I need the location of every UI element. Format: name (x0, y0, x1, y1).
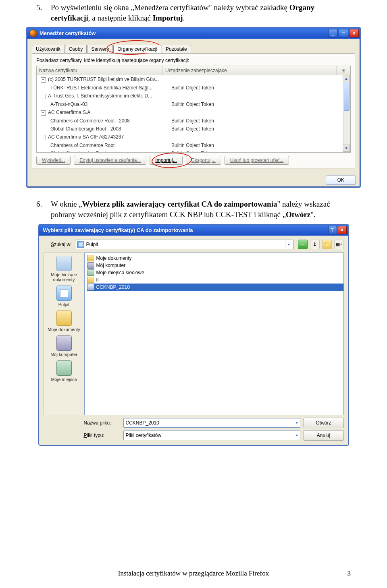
tab-other[interactable]: Pozostałe (162, 45, 191, 53)
chevron-down-icon[interactable]: ▾ (285, 240, 292, 248)
nav-back-button[interactable]: ← (298, 240, 308, 249)
desktop-icon (77, 241, 84, 248)
table-row[interactable]: Global Chambersign RootBuiltin Object To… (37, 149, 350, 153)
collapse-icon[interactable]: − (41, 77, 46, 83)
col-picker[interactable]: ⊞ (337, 66, 350, 75)
file-list[interactable]: Moje dokumenty Mój komputer Moje miejsca… (84, 253, 344, 415)
computer-icon (87, 262, 94, 269)
tab-authorities[interactable]: Organy certyfikacji (113, 45, 161, 53)
nav-up-button[interactable]: ↥ (310, 240, 320, 249)
lookin-value: Pulpit (86, 242, 98, 247)
place-computer[interactable]: Mój komputer (44, 334, 84, 358)
info-text: Posiadasz certyfikaty, które identyfikuj… (36, 58, 351, 63)
filename-label: Nazwa pliku: (84, 420, 120, 426)
step5-number: 5. (36, 2, 51, 23)
network-icon (56, 360, 72, 376)
chevron-down-icon[interactable]: ▾ (296, 433, 298, 437)
col-device[interactable]: Urządzenie zabezpieczające (163, 66, 337, 75)
import-button[interactable]: Importuj... (150, 156, 182, 165)
filetype-combobox[interactable]: Pliki certyfikatów▾ (123, 431, 300, 440)
folder-icon (87, 255, 94, 261)
place-recent[interactable]: Moje bieżące dokumenty (44, 255, 84, 283)
place-network[interactable]: Moje miejsca (44, 359, 84, 383)
window-title: Menedżer certyfikatów (40, 30, 327, 36)
maximize-button[interactable]: □ (339, 29, 348, 37)
file-dialog-window: Wybierz plik zawierający certyfikat(y) C… (38, 224, 349, 446)
ok-button[interactable]: OK (326, 176, 356, 184)
filename-input[interactable]: CCKNBP_2010▾ (123, 418, 300, 428)
close-button[interactable]: × (349, 29, 359, 37)
footer-text: Instalacja certyfikatów w przeglądarce M… (118, 569, 269, 578)
open-button[interactable]: Otwórz (304, 418, 344, 428)
table-row[interactable]: Chambers of Commerce Root - 2008Builtin … (37, 117, 350, 125)
tab-user[interactable]: Użytkownik (32, 45, 64, 53)
tabs-row: Użytkownik Osoby Serwery Organy certyfik… (32, 43, 355, 53)
nav-view-button[interactable]: ▦▾ (334, 240, 344, 249)
tab-servers[interactable]: Serwery (87, 45, 113, 53)
step5-text: Po wyświetleniu się okna „Menedżera cert… (51, 2, 351, 23)
place-desktop[interactable]: Pulpit (44, 284, 84, 308)
page-footer: Instalacja certyfikatów w przeglądarce M… (0, 569, 387, 578)
table-row[interactable]: A-Trust-nQual-03Builtin Object Token (37, 100, 350, 108)
places-bar: Moje bieżące dokumenty Pulpit Moje dokum… (44, 253, 84, 415)
list-item[interactable]: Moje dokumenty (87, 255, 343, 262)
table-header[interactable]: Nazwa certyfikatu Urządzenie zabezpiecza… (37, 66, 350, 75)
desktop-icon (56, 286, 72, 301)
step6-number: 6. (36, 199, 51, 219)
page-number: 3 (347, 569, 351, 578)
collapse-icon[interactable]: − (41, 94, 46, 99)
scroll-down-button[interactable]: ▼ (343, 145, 350, 152)
help-button[interactable]: ? (328, 226, 337, 234)
folder-icon (87, 277, 94, 283)
firefox-icon (29, 29, 37, 37)
list-item[interactable]: CCKNBP_2010 (87, 284, 343, 291)
network-icon (87, 269, 94, 276)
certificate-icon (87, 284, 94, 290)
scroll-up-button[interactable]: ▲ (343, 75, 350, 82)
list-item[interactable]: Mój komputer (87, 262, 343, 269)
list-item[interactable]: ff (87, 276, 343, 284)
filetype-label: Pliki typu: (84, 433, 120, 438)
recent-icon (56, 256, 72, 271)
chevron-down-icon[interactable]: ▾ (296, 421, 298, 425)
lookin-combobox[interactable]: Pulpit ▾ (75, 240, 294, 249)
cert-manager-window: Menedżer certyfikatów _ □ × Użytkownik O… (26, 27, 361, 188)
table-row[interactable]: −AC Camerfirma S.A. (37, 108, 350, 117)
titlebar[interactable]: Menedżer certyfikatów _ □ × (27, 28, 360, 39)
button-row: Wyświetl... Edytuj ustawienia zaufania..… (36, 156, 351, 165)
nav-newfolder-button[interactable]: 📁 (322, 240, 332, 249)
window-title: Wybierz plik zawierający certyfikat(y) C… (43, 227, 193, 233)
cancel-button[interactable]: Anuluj (304, 430, 344, 441)
minimize-button[interactable]: _ (328, 29, 338, 37)
collapse-icon[interactable]: − (41, 135, 46, 140)
table-body[interactable]: −(c) 2005 TÜRKTRUST Bilgi İletişim ve Bi… (37, 75, 350, 153)
table-row[interactable]: −A-Trust Ges. f. Sicherheitssysteme im e… (37, 92, 350, 100)
delete-button[interactable]: Usuń lub przestań ufać... (225, 156, 289, 165)
scrollbar-track[interactable] (343, 82, 350, 145)
edit-trust-button[interactable]: Edytuj ustawienia zaufania... (74, 156, 146, 165)
scrollbar-thumb[interactable] (344, 82, 350, 111)
close-button[interactable]: × (338, 226, 347, 234)
place-documents[interactable]: Moje dokumenty (44, 309, 84, 333)
documents-icon (56, 311, 72, 326)
step6-text: W oknie „Wybierz plik zawierający certyf… (51, 199, 351, 219)
table-row[interactable]: −(c) 2005 TÜRKTRUST Bilgi İletişim ve Bi… (37, 75, 350, 84)
col-name[interactable]: Nazwa certyfikatu (37, 66, 163, 75)
table-row[interactable]: Chambers of Commerce RootBuiltin Object … (37, 141, 350, 149)
collapse-icon[interactable]: − (41, 110, 46, 116)
table-row[interactable]: −AC Camerfirma SA CIF A82743287 (37, 133, 350, 141)
computer-icon (56, 335, 72, 351)
list-item[interactable]: Moje miejsca sieciowe (87, 269, 343, 276)
lookin-label: Szukaj w: (44, 242, 72, 247)
tab-people[interactable]: Osoby (65, 45, 87, 53)
export-button[interactable]: Eksportuj... (186, 156, 221, 165)
view-button[interactable]: Wyświetl... (36, 156, 71, 165)
titlebar[interactable]: Wybierz plik zawierający certyfikat(y) C… (39, 225, 348, 236)
table-row[interactable]: TÜRKTRUST Elektronik Sertifika Hizmet Sa… (37, 84, 350, 92)
table-row[interactable]: Global Chambersign Root - 2008Builtin Ob… (37, 125, 350, 133)
cert-table[interactable]: Nazwa certyfikatu Urządzenie zabezpiecza… (36, 66, 351, 153)
